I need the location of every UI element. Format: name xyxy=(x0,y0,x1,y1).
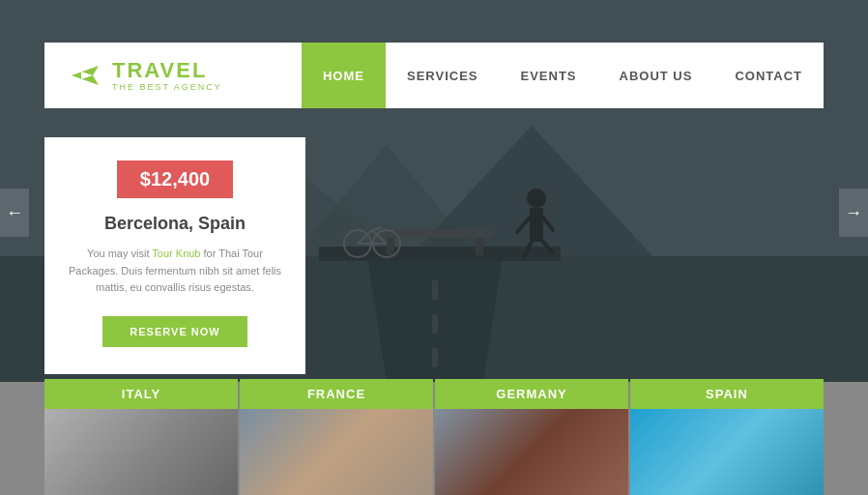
nav-home[interactable]: HOME xyxy=(302,43,386,108)
brand-title: TRAVEL xyxy=(112,59,222,82)
country-label-france: FRANCE xyxy=(240,379,433,409)
country-tile-italy[interactable]: ITALY xyxy=(44,379,238,495)
desc-text-before: You may visit xyxy=(87,248,152,259)
logo-text: TRAVEL THE BEST AGENCY xyxy=(112,59,222,92)
country-image-italy xyxy=(44,409,238,495)
price-badge: $12,400 xyxy=(117,160,233,198)
reserve-now-button[interactable]: RESERVE NOW xyxy=(102,316,246,347)
country-tile-spain[interactable]: SPAIN xyxy=(630,379,824,495)
destination-name: Bercelona, Spain xyxy=(68,214,282,234)
country-label-germany: GERMANY xyxy=(435,379,628,409)
header: TRAVEL THE BEST AGENCY HOME SERVICES EVE… xyxy=(44,43,824,108)
prev-slide-button[interactable]: ← xyxy=(0,189,29,237)
nav-events[interactable]: EVENTS xyxy=(500,43,598,108)
country-label-spain: SPAIN xyxy=(630,379,824,409)
nav-contact[interactable]: CONTACT xyxy=(713,43,824,108)
country-tiles: ITALY FRANCE GERMANY SPAIN xyxy=(44,379,824,495)
country-image-germany xyxy=(435,409,628,495)
tour-link[interactable]: Tour Knub xyxy=(152,248,200,259)
nav-about[interactable]: ABOUT US xyxy=(598,43,714,108)
destination-card: $12,400 Bercelona, Spain You may visit T… xyxy=(44,137,305,374)
logo-area: TRAVEL THE BEST AGENCY xyxy=(44,58,302,93)
next-slide-button[interactable]: → xyxy=(839,189,868,237)
card-description: You may visit Tour Knub for Thai Tour Pa… xyxy=(68,246,282,297)
country-image-france xyxy=(240,409,433,495)
brand-subtitle: THE BEST AGENCY xyxy=(112,82,222,92)
country-tile-france[interactable]: FRANCE xyxy=(240,379,433,495)
plane-icon xyxy=(68,58,102,93)
country-label-italy: ITALY xyxy=(44,379,238,409)
main-nav: HOME SERVICES EVENTS ABOUT US CONTACT xyxy=(302,43,824,108)
nav-services[interactable]: SERVICES xyxy=(386,43,500,108)
country-tile-germany[interactable]: GERMANY xyxy=(435,379,628,495)
country-image-spain xyxy=(630,409,824,495)
